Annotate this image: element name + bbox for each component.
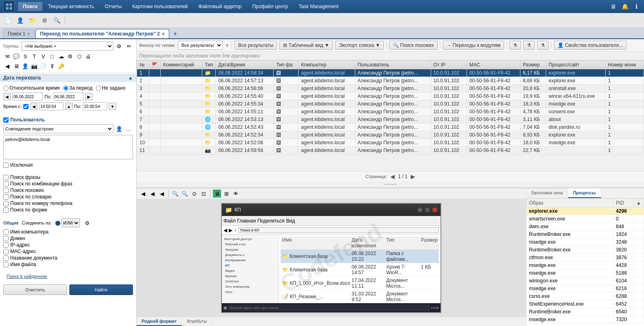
menu-item-reports[interactable]: Отчеты xyxy=(100,2,126,11)
doc-icon[interactable]: 📄 xyxy=(39,62,47,70)
th-flag[interactable]: 🚩 xyxy=(149,61,161,69)
filter-type-select[interactable]: Все результаты xyxy=(178,41,223,50)
date-next-btn[interactable]: ▶ xyxy=(85,93,93,100)
menu-item-fileaudit[interactable]: Файловый аудитор xyxy=(194,2,247,11)
next-screenshot-icon[interactable]: ◀ xyxy=(148,189,157,198)
tab-transition[interactable]: Переход по пользователю "Александр Петро… xyxy=(35,29,169,38)
process-row[interactable]: msedge.exe3248 xyxy=(527,238,644,246)
table-row[interactable]: 8🌐06.06.2022 14:52:43🖼agent.kibdemo.loca… xyxy=(137,123,644,131)
time-from-input[interactable] xyxy=(39,102,64,110)
th-datetime[interactable]: Дата\Время xyxy=(216,61,274,69)
monitor-icon[interactable]: 🖥 xyxy=(12,62,20,70)
export-list-btn[interactable]: Экспорт списка ▼ xyxy=(335,41,384,50)
th-type[interactable]: Тип xyxy=(202,61,216,69)
search-in-found-btn[interactable]: Поиск в найденном xyxy=(3,272,133,280)
process-row[interactable]: ctfmon.exe3876 xyxy=(527,254,644,262)
process-row[interactable]: csrss.exe6288 xyxy=(527,293,644,300)
app4-icon[interactable]: ⬡ xyxy=(75,52,83,60)
date-section-header[interactable]: Дата перехвата ▲ xyxy=(0,74,136,82)
process-row[interactable]: RuntimeBroker.exe3820 xyxy=(527,246,644,254)
table-row[interactable]: 2📁06.06.2022 14:57:13🖼agent.kibdemo.loca… xyxy=(137,77,644,85)
exclude-checkbox[interactable] xyxy=(3,163,9,168)
print-icon[interactable]: 🖨 xyxy=(84,52,92,60)
table-row[interactable]: 5📁06.06.2022 14:55:34🖼agent.kibdemo.loca… xyxy=(137,100,644,108)
proc-tab-processes[interactable]: Процессы xyxy=(568,188,601,198)
table-row[interactable]: 3📁06.06.2022 14:56:06🖼agent.kibdemo.loca… xyxy=(137,85,644,93)
page-next-btn[interactable]: ▶ xyxy=(411,173,415,180)
th-size[interactable]: Размер xyxy=(520,61,546,69)
tab-search1[interactable]: Поиск 1 ✕ xyxy=(3,29,35,38)
general-settings-icon[interactable]: ⚙ xyxy=(83,219,91,227)
date-from-input[interactable] xyxy=(12,93,43,101)
join-select[interactable]: ИЛИ И xyxy=(61,218,80,227)
app2-icon[interactable]: ☁ xyxy=(57,52,65,60)
zoom-out-icon[interactable]: 🔍 xyxy=(181,189,189,198)
process-row[interactable]: msedge.exe4428 xyxy=(527,262,644,269)
vk-icon[interactable]: V xyxy=(39,52,47,60)
th-filetype[interactable]: Тип фа xyxy=(274,61,299,69)
proc-th-sort[interactable]: ▲ xyxy=(634,199,644,207)
process-row[interactable]: msedge.exe6216 xyxy=(527,285,644,293)
menu-item-profilecenter[interactable]: Профайл центр xyxy=(247,2,293,11)
user2-icon[interactable]: 👤 xyxy=(21,62,29,70)
filter3-btn[interactable]: ⚗ xyxy=(537,41,549,50)
resize-handle[interactable]: • • • • • xyxy=(137,181,644,187)
radio-notset[interactable]: Не задано xyxy=(96,85,126,91)
proc-th-pid[interactable]: PID xyxy=(613,199,634,207)
phone-checkbox[interactable] xyxy=(3,201,9,206)
tab-transition-close[interactable]: ✕ xyxy=(162,32,165,36)
dict-checkbox[interactable] xyxy=(3,194,9,200)
filter2-btn[interactable]: ⚗ xyxy=(523,41,535,50)
process-row[interactable]: winlogon.exe6104 xyxy=(527,277,644,285)
table-row[interactable]: 10📁06.06.2022 14:52:06🖼agent.kibdemo.loc… xyxy=(137,139,644,147)
computer-checkbox[interactable] xyxy=(3,229,9,235)
radio-notset-input[interactable] xyxy=(96,86,101,91)
th-monitor[interactable]: Номер мони xyxy=(605,61,644,69)
docname-checkbox[interactable] xyxy=(3,256,9,261)
radio-relative[interactable]: Относительное время xyxy=(3,85,60,91)
th-user[interactable]: Пользователь xyxy=(355,61,431,69)
time-prev-btn[interactable]: ◀ xyxy=(30,103,38,110)
table-row[interactable]: 9📁06.06.2022 14:52:34🖼agent.kibdemo.loca… xyxy=(137,131,644,139)
process-row[interactable]: explorer.exe4296 xyxy=(527,207,644,215)
table-row[interactable]: 6📁06.06.2022 14:55:11🖼agent.kibdemo.loca… xyxy=(137,108,644,116)
time-mid-btn[interactable]: ▲ xyxy=(65,103,73,110)
mac-checkbox[interactable] xyxy=(3,249,9,254)
tab-add-button[interactable]: + xyxy=(170,29,180,38)
prev-screenshot-icon[interactable]: ◀ xyxy=(139,189,147,198)
proc-scroll[interactable]: Образ PID ▲ explorer.exe4296smartscreen.… xyxy=(526,198,644,326)
menu-item-search[interactable]: Поиск xyxy=(18,2,42,11)
table-row[interactable]: 4📁06.06.2022 14:55:40🖼agent.kibdemo.loca… xyxy=(137,93,644,100)
table-row[interactable]: 7🌐06.06.2022 14:53:13🖼agent.kibdemo.loca… xyxy=(137,116,644,123)
proc-tab-windowtitle[interactable]: Заголовок окна xyxy=(526,188,568,198)
groups-edit-icon[interactable]: ✏ xyxy=(125,42,133,50)
table-row[interactable]: 11📷06.06.2022 14:59:56🖼agent.kibdemo.loc… xyxy=(137,147,644,154)
time-next-btn[interactable]: ▼ xyxy=(109,103,116,110)
settings-icon[interactable]: 🖥 xyxy=(609,2,618,11)
menu-item-activity[interactable]: Текущая активность xyxy=(43,2,99,11)
process-row[interactable]: dwm.exe848 xyxy=(527,223,644,231)
camera-icon[interactable]: 📷 xyxy=(30,62,38,70)
user-checkbox[interactable] xyxy=(3,117,9,123)
preview-tab-attrs[interactable]: Атрибуты xyxy=(182,317,212,326)
process-row[interactable]: smartscreen.exe0 xyxy=(527,215,644,223)
search-btn[interactable]: 🔍 xyxy=(51,15,62,26)
domain-checkbox[interactable] xyxy=(3,236,9,241)
grid-view-icon[interactable]: ⊞ xyxy=(222,189,230,198)
tab-search1-close[interactable]: ✕ xyxy=(27,32,30,36)
filename-checkbox[interactable] xyxy=(3,262,9,267)
th-computer[interactable]: Компьютер xyxy=(299,61,355,69)
groups-select[interactable]: <Не выбрано > xyxy=(21,42,113,51)
proc-th-image[interactable]: Образ xyxy=(527,199,613,207)
transitions-btn[interactable]: → Переходы к модулям xyxy=(443,41,504,50)
search-preview-icon[interactable]: ⊡ xyxy=(199,189,208,198)
find-button[interactable]: Найти xyxy=(69,284,133,295)
folder-btn[interactable]: 📁 xyxy=(27,15,38,26)
ip-checkbox[interactable] xyxy=(3,242,9,248)
info-icon[interactable]: ℹ xyxy=(632,2,641,11)
user-btn[interactable]: 👤 xyxy=(15,15,25,26)
user-more-icon[interactable]: … xyxy=(125,125,133,133)
process-row[interactable]: msedge.exe7320 xyxy=(527,316,644,324)
combo-checkbox[interactable] xyxy=(3,181,9,187)
radio-relative-input[interactable] xyxy=(3,86,9,91)
